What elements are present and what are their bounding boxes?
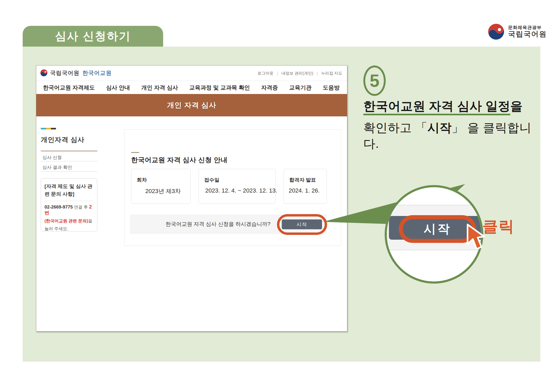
site-nav: 한국어교원 자격제도 심사 안내 개인 자격 심사 교육과정 및 교과목 확인 … — [36, 81, 347, 94]
application-period-label: 접수일 — [204, 177, 219, 183]
site-logo[interactable]: 국립국어원 한국어교원 — [40, 69, 112, 77]
magnified-start-label: 시작 — [424, 221, 451, 237]
sidebar-item-check-result[interactable]: 심사 결과 확인 — [42, 163, 97, 171]
phone-number: 02-2669-9775 — [45, 205, 73, 210]
result-announcement-card: 합격자 발표 2024. 1. 26. — [284, 169, 327, 204]
page-title: 개인 자격 심사 — [167, 100, 216, 110]
nav-item-qualification-system[interactable]: 한국어교원 자격제도 — [43, 84, 95, 91]
gov-ministry-name: 문화체육관광부 — [508, 25, 547, 30]
contact-red-line: (한국어교원 관련 문의)을 — [45, 218, 94, 223]
sidebar-divider — [41, 151, 97, 151]
nav-item-institution[interactable]: 교육기관 — [289, 84, 312, 91]
sidebar-title: 개인자격 심사 — [41, 135, 85, 144]
nav-item-curriculum-check[interactable]: 교육과정 및 교과목 확인 — [189, 84, 250, 91]
apply-question-text: 한국어교원 자격 심사 신청을 하시겠습니까? — [166, 215, 270, 233]
review-apply-content-box: 한국어교원 자격 심사 신청 안내 회차 2023년 제3차 접수일 2023.… — [124, 129, 341, 246]
slide-title: 심사 신청하기 — [55, 29, 131, 44]
gov-institute-name: 국립국어원 — [508, 30, 547, 38]
my-info-link[interactable]: 내정보 관리(개인) — [281, 71, 313, 76]
step-number: 5 — [370, 71, 380, 91]
instruction-text: 한국어교원 자격 심사 일정을 확인하고 「시작」 을 클릭합니다. — [363, 98, 539, 152]
round-card: 회차 2023년 제3차 — [131, 169, 191, 204]
contact-info-box: [자격 제도 및 심사 관련 문의 사항] 02-2669-9775 연결 후 … — [41, 178, 97, 231]
nav-item-review-guide[interactable]: 심사 안내 — [106, 84, 130, 91]
round-value: 2023년 제3차 — [145, 187, 181, 195]
site-logo-service: 한국어교원 — [82, 69, 112, 77]
separator: | — [317, 71, 318, 76]
result-announcement-label: 합격자 발표 — [289, 177, 316, 183]
instruction-line-1: 한국어교원 자격 심사 일정을 — [363, 98, 539, 115]
click-annotation: 클릭 — [482, 216, 514, 237]
contact-title: [자격 제도 및 심사 관련 문의 사항] — [45, 183, 94, 198]
heading-dash — [131, 152, 139, 153]
site-taegeuk-icon — [40, 69, 48, 77]
site-header: 국립국어원 한국어교원 로그아웃 | 내정보 관리(개인) | 누리집 지도 — [36, 66, 347, 81]
gov-logo: 문화체육관광부 국립국어원 — [487, 23, 547, 40]
application-period-card: 접수일 2023. 12. 4. ~ 2023. 12. 13. — [199, 169, 276, 204]
website-screenshot-panel: 국립국어원 한국어교원 로그아웃 | 내정보 관리(개인) | 누리집 지도 한… — [36, 65, 347, 332]
sidebar-item-apply[interactable]: 심사 신청 — [42, 153, 97, 161]
utility-links: 로그아웃 | 내정보 관리(개인) | 누리집 지도 — [258, 66, 342, 81]
nav-item-help[interactable]: 도움방 — [323, 84, 340, 91]
instruction-line-2: 확인하고 「시작」 을 클릭합니다. — [363, 120, 539, 152]
sidebar-divider — [41, 171, 97, 172]
nav-item-personal-review[interactable]: 개인 자격 심사 — [141, 84, 178, 91]
site-logo-org: 국립국어원 — [50, 69, 79, 77]
contact-phone-line: 02-2669-9775 연결 후 2번 — [45, 204, 94, 216]
apply-question-bar: 한국어교원 자격 심사 신청을 하시겠습니까? 시작 — [130, 215, 327, 234]
content-heading: 한국어교원 자격 심사 신청 안내 — [131, 156, 227, 164]
contact-last-line: 눌러 주세요. — [45, 226, 94, 231]
slide: 심사 신청하기 문화체육관광부 국립국어원 — [0, 0, 555, 392]
sidebar-accent-bar — [41, 128, 56, 129]
separator: | — [277, 71, 278, 76]
round-label: 회차 — [137, 177, 147, 183]
contact-divider — [45, 201, 94, 201]
step-number-badge: 5 — [363, 66, 386, 96]
nav-item-certificate[interactable]: 자격증 — [261, 84, 278, 91]
slide-title-banner: 심사 신청하기 — [23, 26, 163, 47]
highlight-ring — [277, 214, 327, 235]
taegeuk-icon — [487, 23, 505, 40]
application-period-value: 2023. 12. 4. ~ 2023. 12. 13. — [205, 187, 277, 194]
sidebar-divider — [41, 161, 97, 161]
sitemap-link[interactable]: 누리집 지도 — [321, 71, 342, 76]
page-title-banner: 개인 자격 심사 — [36, 94, 347, 116]
logout-link[interactable]: 로그아웃 — [258, 71, 274, 76]
result-announcement-value: 2024. 1. 26. — [289, 187, 320, 194]
